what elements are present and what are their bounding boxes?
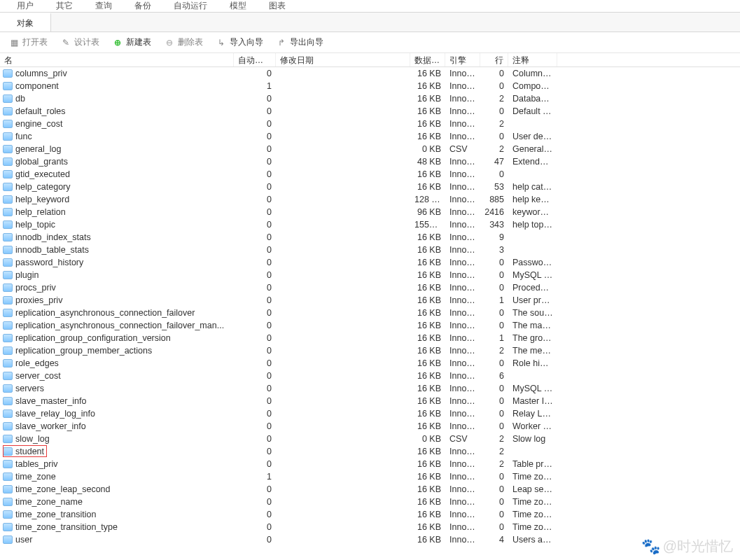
table-row[interactable]: columns_priv016 KBInnoDB0Column pri... — [0, 67, 740, 80]
cell-engine: InnoDB — [445, 332, 480, 344]
cell-name: help_keyword — [0, 193, 234, 206]
menu-backup[interactable]: 备份 — [123, 0, 162, 12]
table-row[interactable]: tables_priv016 KBInnoDB2Table privil... — [0, 458, 740, 470]
table-row[interactable]: student016 KBInnoDB2 — [0, 445, 740, 458]
cell-engine: InnoDB — [445, 244, 480, 256]
cell-engine: InnoDB — [445, 281, 480, 294]
table-row[interactable]: user016 KBInnoDB4Users and ... — [0, 533, 740, 546]
import-wizard-button[interactable]: ↳ 导入向导 — [210, 34, 269, 50]
table-row[interactable]: password_history016 KBInnoDB0Password ..… — [0, 256, 740, 269]
table-row[interactable]: slave_worker_info016 KBInnoDB0Worker Inf… — [0, 420, 740, 433]
table-row[interactable]: role_edges016 KBInnoDB0Role hierar... — [0, 357, 740, 370]
new-table-button[interactable]: ⊕ 新建表 — [106, 34, 157, 50]
column-header-auto[interactable]: 自动递增值 — [234, 53, 276, 66]
cell-name: tables_priv — [0, 458, 234, 470]
menu-chart[interactable]: 图表 — [258, 0, 297, 12]
menu-other[interactable]: 其它 — [45, 0, 84, 12]
table-name-label: time_zone_transition — [15, 510, 96, 519]
table-row[interactable]: innodb_index_stats016 KBInnoDB9 — [0, 231, 740, 244]
menu-autorun[interactable]: 自动运行 — [162, 0, 218, 12]
table-row[interactable]: gtid_executed016 KBInnoDB0 — [0, 168, 740, 181]
cell-rows: 0 — [480, 508, 508, 521]
cell-auto: 0 — [234, 307, 276, 319]
cell-name: plugin — [0, 269, 234, 281]
table-row[interactable]: innodb_table_stats016 KBInnoDB3 — [0, 244, 740, 256]
table-row[interactable]: replication_group_member_actions016 KBIn… — [0, 344, 740, 357]
pencil-icon: ✎ — [60, 37, 71, 48]
tab-objects[interactable]: 对象 — [0, 13, 51, 31]
cell-name: global_grants — [0, 155, 234, 168]
new-label: 新建表 — [126, 36, 151, 48]
table-row[interactable]: db016 KBInnoDB2Database ... — [0, 92, 740, 105]
table-row[interactable]: engine_cost016 KBInnoDB2 — [0, 118, 740, 130]
table-row[interactable]: plugin016 KBInnoDB0MySQL plu... — [0, 269, 740, 281]
column-header-rows[interactable]: 行 — [480, 53, 508, 66]
table-row[interactable]: procs_priv016 KBInnoDB0Procedure ... — [0, 281, 740, 294]
menu-model[interactable]: 模型 — [218, 0, 258, 12]
column-header-engine[interactable]: 引擎 — [445, 53, 480, 66]
cell-rows: 885 — [480, 193, 508, 206]
cell-size: 16 KB — [410, 307, 445, 319]
table-body: columns_priv016 KBInnoDB0Column pri...co… — [0, 67, 740, 560]
menu-users[interactable]: 用户 — [6, 0, 45, 12]
column-header-name[interactable]: 名 — [0, 53, 234, 66]
cell-date — [276, 85, 410, 88]
table-icon — [3, 397, 13, 405]
cell-size: 16 KB — [410, 445, 445, 458]
cell-date — [276, 97, 410, 100]
table-row[interactable]: proxies_priv016 KBInnoDB1User proxy... — [0, 294, 740, 307]
cell-comment: Time zone ... — [508, 496, 557, 508]
table-row[interactable]: general_log00 KBCSV2General log — [0, 143, 740, 155]
column-header-size[interactable]: 数据长... — [410, 53, 445, 66]
cell-rows: 0 — [480, 357, 508, 370]
open-table-button[interactable]: ▦ 打开表 — [3, 34, 53, 50]
cell-auto: 0 — [234, 206, 276, 218]
design-table-button[interactable]: ✎ 设计表 — [55, 34, 105, 50]
table-row[interactable]: global_grants048 KBInnoDB47Extended ... — [0, 155, 740, 168]
cell-size: 16 KB — [410, 533, 445, 546]
cell-name: servers — [0, 382, 234, 395]
column-header-date[interactable]: 修改日期 — [276, 53, 410, 66]
table-row[interactable]: time_zone116 KBInnoDB0Time zones — [0, 470, 740, 483]
cell-rows: 0 — [480, 256, 508, 269]
table-row[interactable]: component116 KBInnoDB0Componen... — [0, 80, 740, 92]
table-row[interactable]: time_zone_transition016 KBInnoDB0Time zo… — [0, 508, 740, 521]
cell-auto: 0 — [234, 496, 276, 508]
cell-comment — [508, 248, 557, 251]
delete-table-button[interactable]: ⊖ 删除表 — [158, 34, 209, 50]
cell-comment: Worker Inf... — [508, 420, 557, 433]
export-wizard-button[interactable]: ↱ 导出向导 — [270, 34, 329, 50]
cell-auto: 1 — [234, 80, 276, 92]
watermark-text: @时光惜忆 — [663, 537, 733, 556]
table-row[interactable]: server_cost016 KBInnoDB6 — [0, 370, 740, 382]
table-icon — [3, 334, 13, 342]
table-row[interactable]: help_keyword0128 KBInnoDB885help keyw... — [0, 193, 740, 206]
cell-comment: help keyw... — [508, 193, 557, 206]
cell-engine: InnoDB — [445, 231, 480, 244]
table-row[interactable]: slow_log00 KBCSV2Slow log — [0, 433, 740, 445]
table-row[interactable]: default_roles016 KBInnoDB0Default rol... — [0, 105, 740, 118]
table-row[interactable]: time_zone_leap_second016 KBInnoDB0Leap s… — [0, 483, 740, 496]
cell-rows: 2416 — [480, 206, 508, 218]
cell-auto: 0 — [234, 281, 276, 294]
table-row[interactable]: help_relation096 KBInnoDB2416keyword-t..… — [0, 206, 740, 218]
table-row[interactable]: func016 KBInnoDB0User defin... — [0, 130, 740, 143]
menu-query[interactable]: 查询 — [84, 0, 123, 12]
table-row[interactable]: replication_group_configuration_version0… — [0, 332, 740, 344]
table-row[interactable]: replication_asynchronous_connection_fail… — [0, 307, 740, 319]
cell-engine: InnoDB — [445, 218, 480, 231]
table-row[interactable]: time_zone_name016 KBInnoDB0Time zone ... — [0, 496, 740, 508]
table-row[interactable]: slave_relay_log_info016 KBInnoDB0Relay L… — [0, 407, 740, 420]
cell-rows: 0 — [480, 130, 508, 143]
table-name-label: columns_priv — [15, 69, 67, 78]
table-row[interactable]: servers016 KBInnoDB0MySQL For... — [0, 382, 740, 395]
delete-label: 删除表 — [178, 36, 203, 48]
table-row[interactable]: help_category016 KBInnoDB53help categ... — [0, 181, 740, 193]
table-row[interactable]: slave_master_info016 KBInnoDB0Master Inf… — [0, 395, 740, 407]
column-header-comment[interactable]: 注释 — [508, 53, 557, 66]
table-row[interactable]: help_topic01552 ...InnoDB343help topics — [0, 218, 740, 231]
cell-comment — [508, 236, 557, 239]
cell-auto: 0 — [234, 193, 276, 206]
table-row[interactable]: time_zone_transition_type016 KBInnoDB0Ti… — [0, 521, 740, 533]
table-row[interactable]: replication_asynchronous_connection_fail… — [0, 319, 740, 332]
